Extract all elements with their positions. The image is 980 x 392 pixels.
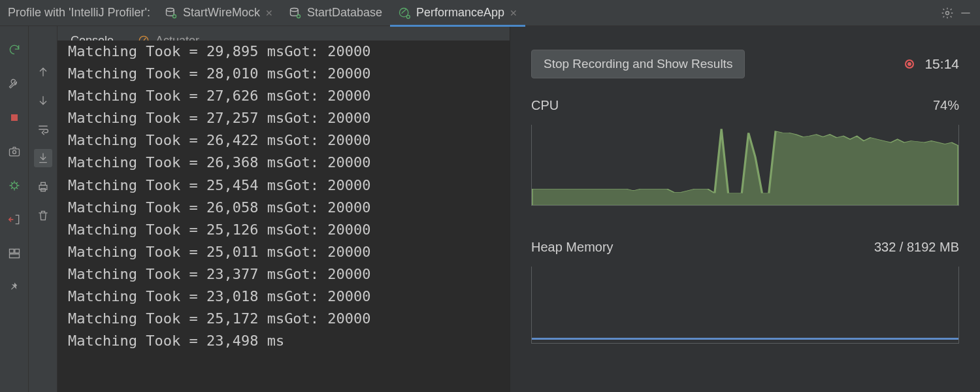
profiler-pane: Stop Recording and Show Results 15:14 CP… <box>510 26 980 392</box>
console-line: Matching Took = 26,058 msGot: 20000 <box>68 197 510 219</box>
cpu-chart <box>531 125 959 206</box>
console-toolbar <box>29 26 57 392</box>
console-line: Matching Took = 25,454 msGot: 20000 <box>68 174 510 197</box>
print-icon[interactable] <box>34 178 52 196</box>
close-icon[interactable]: ✕ <box>265 8 273 18</box>
tab-startdatabase[interactable]: StartDatabase <box>281 0 390 26</box>
console-output[interactable]: Matching Took = 29,895 msGot: 20000Match… <box>57 41 510 376</box>
spring-run-icon <box>398 7 411 20</box>
svg-rect-13 <box>9 254 19 258</box>
stop-icon[interactable] <box>4 107 25 128</box>
soft-wrap-icon[interactable] <box>34 120 52 139</box>
top-bar: Profile with 'IntelliJ Profiler': StartW… <box>0 0 980 26</box>
recording-indicator-icon <box>905 59 914 69</box>
stop-recording-button[interactable]: Stop Recording and Show Results <box>531 50 745 78</box>
console-line: Matching Took = 23,018 msGot: 20000 <box>68 286 510 308</box>
svg-rect-7 <box>11 114 18 121</box>
tab-startwiremock[interactable]: StartWireMock ✕ <box>157 0 281 26</box>
console-line: Matching Took = 23,377 msGot: 20000 <box>68 263 510 286</box>
trash-icon[interactable] <box>34 206 52 225</box>
db-run-icon <box>165 7 178 20</box>
minimize-icon[interactable] <box>956 4 975 22</box>
tab-performanceapp[interactable]: PerformanceApp ✕ <box>390 0 525 26</box>
svg-point-6 <box>946 11 949 14</box>
svg-rect-8 <box>9 149 19 156</box>
exit-icon[interactable] <box>4 209 25 230</box>
heap-value: 332 / 8192 MB <box>874 240 959 255</box>
svg-point-5 <box>406 15 410 18</box>
svg-rect-15 <box>41 182 45 185</box>
wrench-icon[interactable] <box>4 73 25 94</box>
close-icon[interactable]: ✕ <box>510 8 517 18</box>
svg-point-1 <box>172 14 176 18</box>
heap-chart <box>531 267 959 344</box>
console-line: Matching Took = 27,257 msGot: 20000 <box>68 107 510 129</box>
svg-point-2 <box>290 8 298 11</box>
svg-point-0 <box>166 8 174 11</box>
console-line: Matching Took = 29,895 msGot: 20000 <box>68 41 510 63</box>
cpu-value: 74% <box>933 98 959 113</box>
svg-rect-12 <box>14 249 19 253</box>
tab-label: StartDatabase <box>307 6 382 20</box>
console-line: Matching Took = 23,498 ms <box>68 330 510 352</box>
console-line: Matching Took = 25,172 msGot: 20000 <box>68 308 510 330</box>
camera-icon[interactable] <box>4 141 25 162</box>
console-line: Matching Took = 25,011 msGot: 20000 <box>68 241 510 263</box>
pin-icon[interactable] <box>4 277 25 298</box>
scroll-to-end-icon[interactable] <box>34 149 52 167</box>
profiler-label: Profile with 'IntelliJ Profiler': <box>5 6 157 20</box>
svg-rect-11 <box>9 249 14 253</box>
rerun-icon[interactable] <box>4 39 25 60</box>
up-icon[interactable] <box>34 63 52 81</box>
console-line: Matching Took = 28,010 msGot: 20000 <box>68 63 510 85</box>
heap-label: Heap Memory <box>531 240 613 255</box>
down-icon[interactable] <box>34 91 52 110</box>
console-line: Matching Took = 26,422 msGot: 20000 <box>68 129 510 152</box>
cpu-label: CPU <box>531 98 559 113</box>
db-run-icon <box>289 7 302 20</box>
bug-profile-icon[interactable] <box>4 175 25 196</box>
console-line: Matching Took = 27,626 msGot: 20000 <box>68 85 510 107</box>
console-line: Matching Took = 25,126 msGot: 20000 <box>68 219 510 241</box>
layout-icon[interactable] <box>4 243 25 264</box>
left-toolbar <box>0 26 29 392</box>
tab-label: PerformanceApp <box>416 6 504 20</box>
recording-time: 15:14 <box>924 56 959 72</box>
console-pane: Console Actuator Matching Took = 29,895 … <box>57 26 510 392</box>
tab-label: StartWireMock <box>183 6 260 20</box>
svg-point-3 <box>297 14 300 18</box>
svg-point-9 <box>12 150 16 154</box>
heap-line <box>532 338 958 340</box>
gear-icon[interactable] <box>938 4 956 22</box>
console-line: Matching Took = 26,368 msGot: 20000 <box>68 152 510 174</box>
